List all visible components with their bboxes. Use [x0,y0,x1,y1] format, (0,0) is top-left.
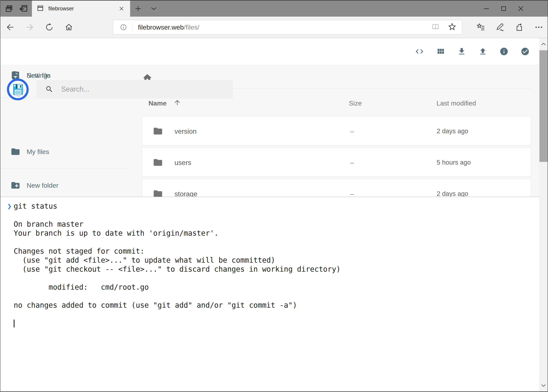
url-separator [133,23,133,32]
sort-ascending-icon[interactable] [173,99,181,106]
search-bar[interactable] [36,80,233,99]
info-icon[interactable] [499,47,508,56]
terminal-panel[interactable]: ❯git status On branch master Your branch… [0,197,539,392]
download-icon[interactable] [457,47,466,56]
sidebar-item-label: My files [27,148,49,156]
site-info-icon[interactable] [120,23,127,31]
grid-icon[interactable] [436,47,445,56]
column-name[interactable]: Name [148,99,167,107]
scroll-up-icon[interactable] [539,38,548,50]
terminal-output[interactable]: ❯git status On branch master Your branch… [14,202,341,328]
browser-tab-bar: filebrowser [0,0,548,17]
terminal-cursor [14,320,14,327]
sidebar-item-label: New folder [27,182,58,189]
favorite-star-icon[interactable] [448,22,457,32]
tab-list-chevron-icon[interactable] [148,0,159,17]
share-icon[interactable] [515,23,524,32]
file-name: users [174,159,191,167]
refresh-button[interactable] [45,23,54,32]
url-host: filebrowser.web [138,23,184,31]
column-size[interactable]: Size [349,99,362,107]
address-bar[interactable]: filebrowser.web/files/ [113,20,462,35]
set-tabs-aside-icon[interactable] [18,0,29,17]
maximize-button[interactable] [495,0,512,17]
favorites-hub-icon[interactable] [476,23,485,32]
sidebar-item[interactable]: New folder [0,175,130,196]
url-text: filebrowser.web/files/ [138,23,199,31]
new-folder-icon [11,181,20,190]
file-list: version – 2 days ago users – 5 hours ago… [142,116,531,210]
file-size: – [350,159,354,166]
file-modified: 5 hours ago [437,159,471,166]
terminal-prompt-icon: ❯ [7,202,12,211]
file-modified: 2 days ago [437,190,468,197]
window-border-top [0,0,548,0]
header-actions [415,38,530,65]
tab-preview-icon[interactable] [4,0,14,17]
check-icon[interactable] [520,47,530,56]
annotate-pen-icon[interactable] [496,23,504,32]
column-last-modified[interactable]: Last modified [437,99,476,107]
forward-button[interactable] [25,23,34,32]
file-row[interactable]: version – 2 days ago [142,116,531,145]
page-scrollbar[interactable] [539,38,548,392]
filebrowser-logo[interactable] [7,78,29,100]
tab-close-icon[interactable] [117,4,126,13]
filebrowser-header [0,38,548,65]
sidebar-item[interactable]: My files [0,141,130,162]
file-row[interactable]: users – 5 hours ago [142,147,531,177]
sidebar-item-label: Settings [27,72,51,79]
window-border-left [0,0,0,392]
tab-page-icon [37,5,44,13]
tab-title: filebrowser [48,6,117,12]
search-icon [45,85,53,93]
code-icon[interactable] [415,47,424,56]
new-tab-button[interactable] [133,0,144,17]
folder-icon [153,126,163,136]
url-path: /files/ [184,23,199,31]
file-modified: 2 days ago [437,127,468,135]
home-button[interactable] [65,23,73,32]
listing-header: Name Size Last modified [0,99,548,109]
scroll-down-icon[interactable] [539,379,548,392]
folder-icon [153,157,163,168]
folder-icon [11,147,20,157]
file-size: – [350,127,354,135]
scrollbar-thumb[interactable] [539,50,548,162]
more-options-icon[interactable] [534,23,543,32]
browser-tab[interactable]: filebrowser [32,0,130,17]
browser-toolbar: filebrowser.web/files/ [0,17,548,38]
back-button[interactable] [6,23,14,32]
file-name: version [174,127,197,135]
minimize-button[interactable] [478,0,495,17]
search-input[interactable] [61,85,217,94]
sidebar-divider [0,168,127,169]
upload-icon[interactable] [478,47,487,56]
reading-view-icon[interactable] [431,23,440,32]
close-window-button[interactable] [512,0,529,17]
browser-window: filebrowser [0,0,548,392]
